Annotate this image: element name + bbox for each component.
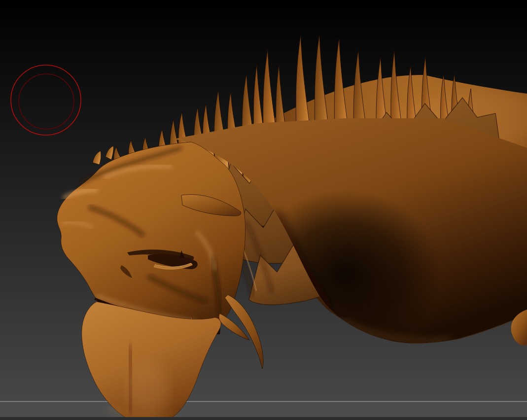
chin-highlight <box>127 362 169 417</box>
sculpt-canvas[interactable] <box>0 0 527 420</box>
viewport-bottom-strip <box>0 417 527 420</box>
sculpt-app-window <box>0 0 527 420</box>
